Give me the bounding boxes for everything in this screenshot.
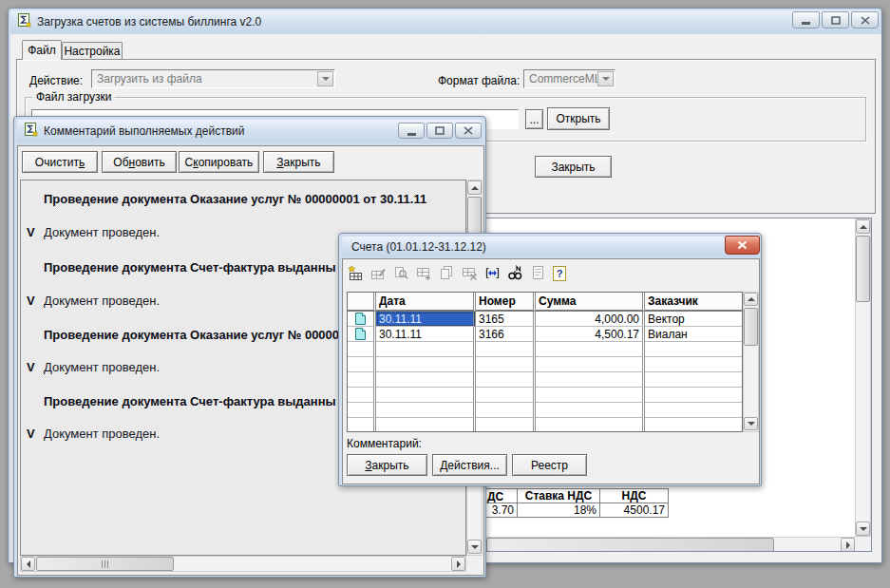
register-label: Реестр	[531, 459, 568, 472]
table-empty-row[interactable]	[348, 372, 742, 388]
minimize-button[interactable]	[398, 123, 425, 139]
tab-file[interactable]: Файл	[22, 40, 62, 60]
log-check-mark: V	[27, 360, 35, 374]
tab-settings[interactable]: Настройка	[62, 42, 123, 60]
register-button[interactable]: Реестр	[512, 454, 587, 476]
close-button[interactable]	[851, 11, 879, 28]
accounts-close-button[interactable]: Закрыть	[347, 454, 427, 476]
accounts-table[interactable]: Дата Номер Сумма Заказчик 30.11.11 3165 …	[347, 292, 743, 432]
table-row[interactable]: 30.11.11 3165 4,000.00 Вектор	[348, 312, 742, 327]
accounts-window: Счета (01.01.12-31.12.12) ? Дат	[338, 233, 762, 486]
new-row-icon[interactable]	[348, 265, 364, 281]
format-dropdown-button[interactable]	[597, 71, 614, 86]
log-hscroll-thumb[interactable]	[36, 557, 174, 571]
close-log-button[interactable]: Закрыть	[263, 151, 334, 173]
format-combobox[interactable]: CommerceML	[523, 69, 615, 88]
arrow-down-icon	[748, 422, 755, 426]
table-empty-row[interactable]	[348, 388, 742, 403]
format-label: Формат файла:	[438, 74, 520, 87]
log-entry-status: Документ проведен.	[44, 427, 160, 441]
cell-date-selected[interactable]: 30.11.11	[376, 312, 476, 327]
close-icon	[464, 126, 473, 135]
results-vscroll-thumb[interactable]	[856, 236, 870, 302]
cell-sum[interactable]: 4,000.00	[536, 312, 645, 327]
actions-button[interactable]: Действия...	[432, 454, 507, 476]
desktop: { "main_window": { "title": "Загрузка сч…	[0, 0, 890, 588]
column-header[interactable]: Сумма	[536, 293, 645, 312]
main-titlebar[interactable]: Загрузка счетов из системы биллинга v2.0	[10, 10, 880, 33]
delete-row-icon[interactable]	[462, 265, 478, 281]
result-header-label: НДС	[622, 489, 647, 503]
table-empty-row[interactable]	[348, 403, 742, 418]
log-entry-header: Проведение документа Счет-фактура выданн…	[44, 260, 336, 275]
copy-row-icon[interactable]	[416, 265, 432, 281]
icon-column-header	[348, 293, 376, 312]
arrow-up-icon	[471, 186, 479, 190]
cell-date[interactable]: 30.11.11	[376, 327, 476, 342]
edit-row-icon[interactable]	[370, 265, 387, 281]
minimize-icon	[407, 133, 416, 136]
accounts-window-title: Счета (01.01.12-31.12.12)	[351, 240, 486, 254]
copy-button[interactable]: Скопировать	[179, 151, 259, 173]
scroll-right-button[interactable]	[841, 538, 855, 552]
cell-customer[interactable]: Вектор	[645, 312, 743, 327]
arrow-up-icon	[860, 225, 867, 229]
chevron-down-icon	[602, 77, 610, 81]
column-width-icon[interactable]	[484, 265, 501, 281]
result-value-cell: 18%	[517, 503, 600, 518]
main-close-action-button[interactable]: Закрыть	[535, 156, 612, 178]
table-vscroll-thumb[interactable]	[744, 308, 758, 346]
arrow-up-icon	[748, 297, 755, 301]
column-header[interactable]: Дата	[376, 293, 476, 312]
result-value: 18%	[574, 503, 599, 517]
log-entry-header: Проведение документа Оказание услуг № 00…	[44, 328, 339, 342]
scroll-down-button[interactable]	[744, 417, 758, 430]
cell-number[interactable]: 3166	[476, 327, 536, 342]
help-icon[interactable]: ?	[553, 266, 566, 281]
scroll-up-button[interactable]	[744, 293, 758, 306]
table-empty-row[interactable]	[348, 357, 742, 372]
arrow-right-icon	[846, 541, 850, 549]
browse-label: ...	[529, 113, 539, 126]
table-empty-row[interactable]	[348, 418, 742, 432]
close-button[interactable]	[725, 236, 760, 255]
minimize-button[interactable]	[792, 11, 820, 28]
cell-number[interactable]: 3165	[476, 312, 536, 327]
format-value: CommerceML	[529, 72, 600, 85]
log-check-mark: V	[27, 294, 35, 308]
copy-icon[interactable]	[439, 265, 455, 281]
scroll-down-button[interactable]	[467, 540, 482, 554]
accounts-toolbar: ?	[348, 265, 566, 281]
cell-customer[interactable]: Виалан	[645, 327, 743, 342]
scroll-left-button[interactable]	[21, 557, 35, 571]
column-header[interactable]: Заказчик	[645, 293, 743, 312]
open-label: Открыть	[556, 112, 600, 125]
print-document-icon[interactable]	[530, 265, 546, 281]
action-combobox[interactable]: Загрузить из файла	[91, 69, 335, 88]
log-check-mark: V	[27, 225, 35, 239]
tab-file-label: Файл	[28, 44, 56, 57]
table-empty-row[interactable]	[348, 342, 742, 357]
refresh-button[interactable]: Обновить	[102, 151, 177, 173]
scroll-right-button[interactable]	[451, 557, 465, 571]
action-dropdown-button[interactable]	[317, 71, 333, 86]
column-header[interactable]: Номер	[476, 293, 536, 312]
log-entry-status: Документ проведен.	[44, 360, 160, 374]
maximize-button[interactable]	[426, 123, 453, 139]
results-hscroll-thumb[interactable]	[486, 538, 774, 552]
cell-sum[interactable]: 4,500.17	[536, 327, 645, 342]
view-row-icon[interactable]	[393, 265, 409, 281]
clear-button[interactable]: Очистить	[22, 151, 98, 173]
scroll-up-button[interactable]	[467, 180, 482, 195]
close-log-label: Закрыть	[276, 156, 320, 169]
scroll-up-button[interactable]	[856, 219, 870, 234]
accounts-titlebar[interactable]: Счета (01.01.12-31.12.12)	[342, 237, 758, 257]
open-button[interactable]: Открыть	[547, 107, 610, 130]
table-row[interactable]: 30.11.11 3166 4,500.17 Виалан	[348, 327, 742, 342]
find-number-icon[interactable]	[507, 265, 523, 281]
close-button[interactable]	[455, 123, 482, 139]
browse-button[interactable]: ...	[525, 109, 543, 129]
scroll-down-button[interactable]	[856, 522, 870, 536]
actions-label: Действия...	[440, 459, 500, 472]
maximize-button[interactable]	[822, 11, 849, 28]
